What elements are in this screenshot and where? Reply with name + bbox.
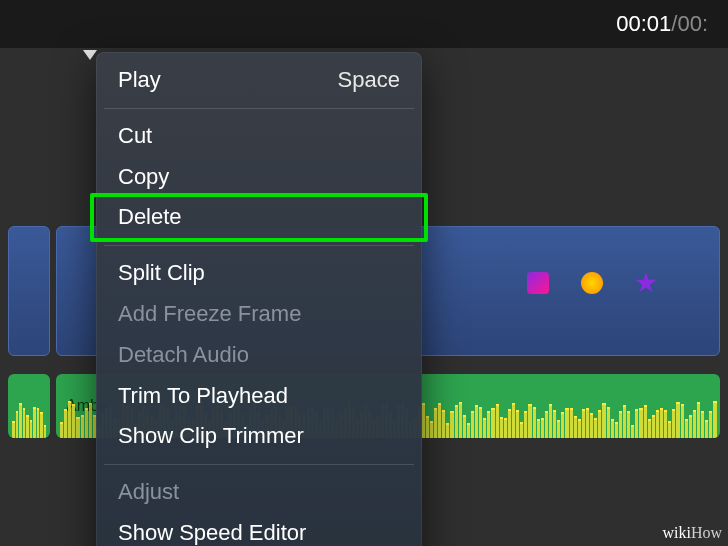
menu-item-label: Split Clip <box>118 258 205 289</box>
menu-item-trim-to-playhead[interactable]: Trim To Playhead <box>96 376 422 417</box>
menu-item-label: Cut <box>118 121 152 152</box>
clapperboard-icon <box>525 272 551 298</box>
menu-item-detach-audio: Detach Audio <box>96 335 422 376</box>
playhead-marker-icon[interactable] <box>83 50 97 60</box>
menu-item-show-speed-editor[interactable]: Show Speed Editor <box>96 513 422 546</box>
clip-thumbnail-icons <box>525 272 659 298</box>
watermark-text: wiki <box>662 524 690 541</box>
menu-item-cut[interactable]: Cut <box>96 116 422 157</box>
watermark: wikiHow <box>662 524 722 542</box>
menu-separator <box>104 464 414 465</box>
menu-item-label: Show Speed Editor <box>118 518 306 546</box>
disc-icon <box>579 272 605 298</box>
watermark-text: How <box>691 524 722 541</box>
menu-separator <box>104 245 414 246</box>
menu-item-delete[interactable]: Delete <box>96 197 422 238</box>
menu-item-label: Copy <box>118 162 169 193</box>
menu-item-label: Trim To Playhead <box>118 381 288 412</box>
menu-item-copy[interactable]: Copy <box>96 157 422 198</box>
menu-item-label: Show Clip Trimmer <box>118 421 304 452</box>
context-menu[interactable]: PlaySpaceCutCopyDeleteSplit ClipAdd Free… <box>96 52 422 546</box>
menu-item-label: Delete <box>118 202 182 233</box>
menu-separator <box>104 108 414 109</box>
menu-item-adjust: Adjust <box>96 472 422 513</box>
waveform <box>8 402 50 438</box>
menu-item-label: Adjust <box>118 477 179 508</box>
menu-item-shortcut: Space <box>338 65 400 96</box>
star-icon <box>633 272 659 298</box>
menu-item-label: Detach Audio <box>118 340 249 371</box>
current-time: 00:01 <box>616 11 671 37</box>
menu-item-label: Add Freeze Frame <box>118 299 301 330</box>
menu-item-play[interactable]: PlaySpace <box>96 60 422 101</box>
total-time: 00: <box>677 11 708 37</box>
menu-item-label: Play <box>118 65 161 96</box>
menu-item-show-clip-trimmer[interactable]: Show Clip Trimmer <box>96 416 422 457</box>
audio-clip[interactable] <box>8 374 50 438</box>
playback-time-bar: 00:01 / 00: <box>0 0 728 48</box>
menu-item-split-clip[interactable]: Split Clip <box>96 253 422 294</box>
video-clip[interactable] <box>8 226 50 356</box>
menu-item-add-freeze-frame: Add Freeze Frame <box>96 294 422 335</box>
